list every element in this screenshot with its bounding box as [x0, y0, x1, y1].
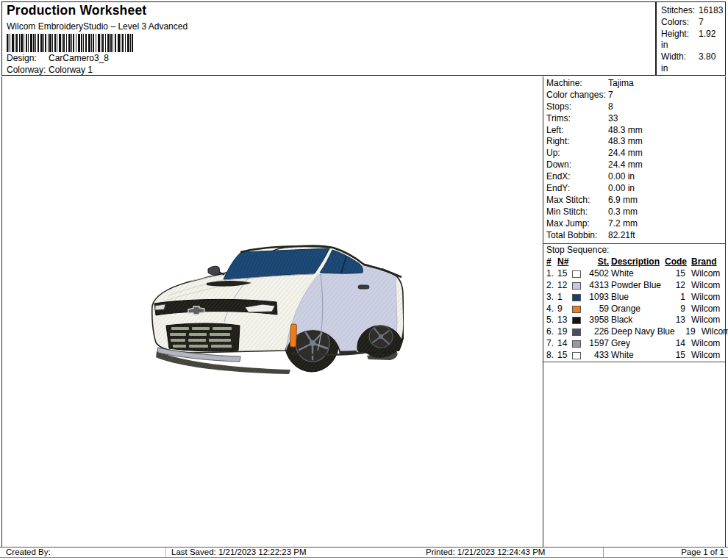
- page-number: Page 1 of 1: [603, 548, 728, 557]
- camaro-embroidery-design: [146, 241, 404, 377]
- side-marker-light: [290, 324, 296, 347]
- colorway-row: Colorway:Colorway 1: [7, 65, 93, 75]
- stop-sequence-row: 8.15 433White 15Wilcom: [543, 350, 725, 362]
- thread-color-swatch: [572, 329, 581, 336]
- detail-row-endy: EndY:0.00 in: [543, 183, 725, 195]
- design-name-row: Design:CarCamero3_8: [7, 53, 109, 63]
- design-canvas: [1, 76, 543, 547]
- detail-row-trims: Trims:33: [543, 113, 725, 125]
- stop-sequence-row: 2.12 4313Powder Blue 12Wilcom: [543, 280, 725, 292]
- thread-color-swatch: [572, 306, 581, 313]
- detail-row-right: Right:48.3 mm: [543, 136, 725, 148]
- thread-color-swatch: [572, 270, 581, 278]
- detail-row-color-changes: Color changes:7: [543, 90, 725, 101]
- detail-row-up: Up:24.4 mm: [543, 148, 725, 159]
- summary-row-width: Width:3.80 in: [661, 51, 725, 75]
- stop-sequence-row: 3.1 1093Blue 1Wilcom: [543, 292, 725, 304]
- colorway-label: Colorway:: [7, 65, 49, 75]
- door-handle: [358, 285, 369, 289]
- colorway-value: Colorway 1: [49, 65, 93, 75]
- side-mirror: [208, 266, 224, 275]
- lower-grille: [166, 323, 240, 351]
- detail-row-down: Down:24.4 mm: [543, 159, 725, 171]
- thread-color-swatch: [572, 317, 581, 324]
- detail-row-total-bobbin: Total Bobbin:82.21ft: [543, 230, 725, 242]
- detail-row-machine: Machine:Tajima: [543, 78, 725, 90]
- created-by-label: Created By:: [0, 548, 166, 557]
- summary-row-stitches: Stitches:16183: [661, 5, 725, 17]
- stop-sequence-row: 7.14 1597Grey 14Wilcom: [543, 338, 725, 350]
- thread-color-swatch: [572, 340, 581, 348]
- page-footer: Created By: Last Saved: 1/21/2023 12:22:…: [0, 547, 728, 558]
- machine-details-panel: Machine:Tajima Color changes:7 Stops:8 T…: [543, 76, 726, 547]
- thread-color-swatch: [572, 352, 581, 359]
- detail-row-endx: EndX:0.00 in: [543, 171, 725, 183]
- header-divider: [655, 2, 657, 75]
- detail-row-max-jump: Max Jump:7.2 mm: [543, 218, 725, 230]
- design-summary-box: Stitches:16183 Colors:7 Height:1.92 in W…: [661, 5, 725, 87]
- detail-row-max-stitch: Max Stitch:6.9 mm: [543, 195, 725, 207]
- last-saved-text: Last Saved: 1/21/2023 12:22:23 PM: [166, 548, 421, 557]
- stop-sequence-row: 6.19 226Deep Navy Blue 19Wilcom: [543, 326, 725, 338]
- stop-sequence-header-row: # N# St. Description Code Brand: [543, 256, 725, 268]
- software-subtitle: Wilcom EmbroideryStudio – Level 3 Advanc…: [7, 21, 188, 32]
- stop-sequence-title: Stop Sequence:: [543, 244, 725, 256]
- summary-row-height: Height:1.92 in: [661, 29, 725, 52]
- barcode-icon: [7, 34, 133, 52]
- design-value: CarCamero3_8: [49, 53, 109, 63]
- detail-row-left: Left:48.3 mm: [543, 125, 725, 137]
- page-title: Production Worksheet: [7, 3, 146, 18]
- stop-sequence-row: 4.9 59Orange 9Wilcom: [543, 304, 725, 315]
- detail-row-stops: Stops:8: [543, 101, 725, 113]
- stop-sequence-row: 1.15 4502White 15Wilcom: [543, 268, 725, 280]
- summary-row-colors: Colors:7: [661, 17, 725, 29]
- underbody: [339, 351, 357, 355]
- stop-sequence-row: 5.13 3958Black 13Wilcom: [543, 315, 725, 326]
- thread-color-swatch: [572, 294, 581, 301]
- thread-color-swatch: [572, 282, 581, 290]
- worksheet-header: Production Worksheet Wilcom EmbroiderySt…: [1, 1, 726, 76]
- design-label: Design:: [7, 53, 49, 63]
- printed-text: Printed: 1/21/2023 12:24:43 PM: [421, 548, 603, 557]
- stop-sequence-bottom-divider: [543, 362, 725, 362]
- detail-row-min-stitch: Min Stitch:0.3 mm: [543, 207, 725, 218]
